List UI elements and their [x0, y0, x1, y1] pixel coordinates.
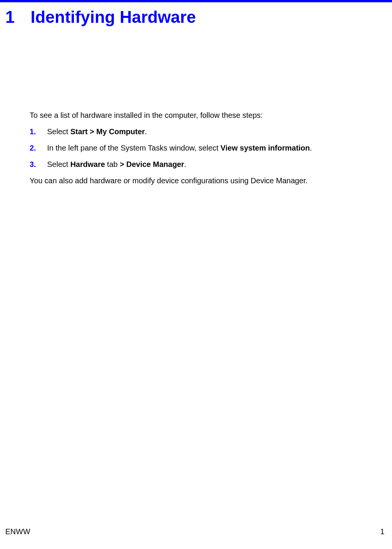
step-text-bold: Hardware	[70, 160, 105, 168]
step-number: 2.	[30, 143, 47, 153]
chapter-number: 1	[5, 8, 14, 27]
step-text-bold2: > Device Manager	[120, 160, 184, 168]
step-item: 3. Select Hardware tab > Device Manager.	[30, 159, 362, 170]
step-item: 1. Select Start > My Computer.	[30, 127, 362, 137]
step-text-bold: Start > My Computer	[70, 127, 145, 136]
footer-page-number: 1	[380, 527, 384, 536]
step-text-bold: View system information	[221, 144, 310, 152]
step-text: Select Hardware tab > Device Manager.	[47, 159, 362, 170]
step-number: 1.	[30, 127, 47, 137]
chapter-heading: 1 Identifying Hardware	[0, 2, 392, 27]
page-footer: ENWW 1	[5, 527, 384, 536]
step-text-pre: Select	[47, 127, 70, 136]
step-text-pre: In the left pane of the System Tasks win…	[47, 144, 221, 152]
step-text: Select Start > My Computer.	[47, 127, 362, 137]
step-text-post: .	[145, 127, 147, 136]
step-text: In the left pane of the System Tasks win…	[47, 143, 362, 153]
steps-list: 1. Select Start > My Computer. 2. In the…	[30, 127, 362, 170]
step-number: 3.	[30, 159, 47, 170]
step-item: 2. In the left pane of the System Tasks …	[30, 143, 362, 153]
step-text-mid: tab	[105, 160, 120, 168]
step-text-pre: Select	[47, 160, 70, 168]
step-text-post: .	[310, 144, 312, 152]
chapter-title: Identifying Hardware	[30, 8, 196, 27]
closing-paragraph: You can also add hardware or modify devi…	[30, 176, 362, 186]
footer-left: ENWW	[5, 527, 30, 536]
step-text-post: .	[184, 160, 187, 168]
intro-paragraph: To see a list of hardware installed in t…	[30, 110, 362, 121]
content-area: To see a list of hardware installed in t…	[0, 27, 392, 186]
